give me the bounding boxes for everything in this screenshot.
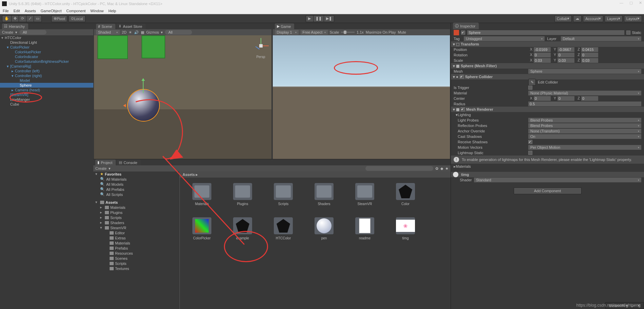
search-filter-icon[interactable]: ✿ bbox=[435, 166, 438, 171]
assetstore-tab[interactable]: ⬇ Asset Store bbox=[116, 23, 146, 29]
edit-collider-button[interactable]: ✎ bbox=[528, 79, 536, 86]
hierarchy-row[interactable]: LineManger bbox=[0, 97, 93, 102]
asset-item[interactable]: example bbox=[231, 217, 254, 240]
hierarchy-body[interactable]: ▾HTCColorDirectional Light▾ColorPickerCo… bbox=[0, 35, 93, 309]
meshrenderer-header[interactable]: ▾ ▦ Mesh Renderer bbox=[451, 107, 644, 112]
radius-field[interactable] bbox=[528, 102, 641, 106]
asset-item[interactable]: SteamVR bbox=[353, 183, 377, 206]
physmat-field[interactable]: None (Physic Material) bbox=[528, 91, 641, 95]
meshfilter-header[interactable]: ▾ ▦ Sphere (Mesh Filter) bbox=[451, 63, 644, 69]
layout-button[interactable]: Layout ▾ bbox=[624, 15, 642, 22]
game-view[interactable]: ▶ Game Display 1 Free Aspect Scale 1.1x … bbox=[273, 23, 450, 159]
asset-item[interactable]: pen bbox=[312, 217, 336, 240]
assets-header[interactable]: Assets bbox=[106, 200, 118, 204]
transform-header[interactable]: ▾ ⬚ Transform bbox=[451, 41, 644, 47]
menu-edit[interactable]: Edit bbox=[14, 9, 20, 13]
window-max[interactable]: ▢ bbox=[629, 1, 633, 5]
cloud-button[interactable]: ☁ bbox=[573, 15, 582, 22]
lmstatic-cb[interactable] bbox=[528, 151, 532, 155]
hierarchy-row[interactable]: ▾ColorPicker bbox=[0, 45, 93, 50]
fav-item[interactable]: All Prefabs bbox=[106, 187, 124, 192]
game-maximize[interactable]: Maximize On Play bbox=[366, 30, 396, 34]
tree-item[interactable]: Prefabs bbox=[93, 246, 179, 251]
rot-z[interactable] bbox=[581, 53, 598, 57]
menu-gameobject[interactable]: GameObject bbox=[41, 9, 62, 13]
scene-tab[interactable]: # Scene bbox=[96, 24, 115, 29]
menu-file[interactable]: File bbox=[3, 9, 9, 13]
hand-tool[interactable]: ✋ bbox=[2, 15, 11, 22]
hierarchy-row[interactable]: ColorSaturationBrightnessPicker bbox=[0, 59, 93, 64]
layers-button[interactable]: Layers ▾ bbox=[605, 15, 623, 22]
hierarchy-row[interactable]: ▸Camera (head) bbox=[0, 88, 93, 92]
scale-tool[interactable]: ⤢ bbox=[26, 15, 34, 22]
search-save-icon[interactable]: ★ bbox=[445, 166, 449, 171]
hierarchy-row[interactable]: Cube bbox=[0, 102, 93, 107]
move-tool[interactable]: ✥ bbox=[11, 15, 19, 22]
hierarchy-tab[interactable]: ☷ Hierarchy bbox=[2, 23, 28, 29]
tag-dropdown[interactable]: Untagged bbox=[464, 36, 545, 41]
menu-assets[interactable]: Assets bbox=[25, 9, 36, 13]
fav-item[interactable]: All Materials bbox=[106, 177, 127, 181]
asset-item[interactable]: Shaders bbox=[312, 183, 336, 206]
scene-audio-icon[interactable]: 🔊 bbox=[134, 30, 139, 35]
game-tab[interactable]: ▶ Game bbox=[275, 23, 295, 29]
orientation-gizmo[interactable] bbox=[252, 37, 269, 54]
center-x[interactable] bbox=[534, 96, 551, 101]
game-aspect[interactable]: Free Aspect bbox=[301, 30, 328, 35]
rect-tool[interactable]: ▭ bbox=[34, 15, 42, 22]
center-z[interactable] bbox=[581, 96, 598, 101]
scene-2d[interactable]: 2D bbox=[122, 30, 127, 34]
pivot-button[interactable]: ⊕ Pivot bbox=[51, 15, 67, 22]
game-render[interactable] bbox=[273, 35, 450, 159]
rot-x[interactable] bbox=[534, 53, 551, 57]
lightprobes-dd[interactable]: Blend Probes bbox=[528, 118, 641, 123]
project-create[interactable]: Create bbox=[95, 166, 107, 170]
tree-item[interactable]: Extras bbox=[93, 235, 179, 240]
recvshadow-cb[interactable] bbox=[528, 140, 532, 144]
gameobject-name[interactable] bbox=[467, 30, 624, 35]
project-tab[interactable]: ▮ Project bbox=[95, 160, 116, 165]
hierarchy-row[interactable]: ▾[CameraRig] bbox=[0, 64, 93, 69]
selected-sphere[interactable] bbox=[128, 90, 159, 121]
tree-item[interactable]: SteamVR bbox=[110, 226, 126, 230]
scene-search[interactable]: All bbox=[165, 30, 192, 35]
gameobject-enabled[interactable] bbox=[461, 31, 465, 35]
pos-z[interactable] bbox=[581, 47, 598, 52]
project-search[interactable] bbox=[365, 166, 433, 171]
scene-light-icon[interactable]: ☀ bbox=[129, 30, 132, 35]
hierarchy-search[interactable]: All bbox=[19, 30, 46, 35]
add-component-button[interactable]: Add Component bbox=[514, 187, 582, 194]
collider-header[interactable]: ▾ ● Sphere Collider bbox=[451, 74, 644, 79]
hierarchy-row[interactable]: ▾HTCColor bbox=[0, 35, 93, 40]
console-tab[interactable]: ▤ Console bbox=[117, 160, 140, 165]
scene-render[interactable]: Persp bbox=[94, 35, 271, 159]
asset-item[interactable]: HTCColor bbox=[271, 217, 295, 240]
tree-item[interactable]: ▸Plugins bbox=[93, 210, 179, 215]
asset-item[interactable]: 🌸timg bbox=[394, 217, 417, 240]
tree-item[interactable]: Scripts bbox=[93, 261, 179, 266]
hierarchy-row[interactable]: ColorHuePicker bbox=[0, 50, 93, 54]
scene-gizmos[interactable]: Gizmos bbox=[146, 30, 159, 34]
rotate-tool[interactable]: ⟳ bbox=[19, 15, 26, 22]
inspector-tab[interactable]: ⓘ Inspector bbox=[453, 23, 479, 29]
step-button[interactable]: ▶❚ bbox=[324, 15, 334, 22]
asset-item[interactable]: Plugins bbox=[231, 183, 254, 206]
motionvec-dd[interactable]: Per Object Motion bbox=[528, 145, 641, 150]
layer-dropdown[interactable]: Default bbox=[561, 36, 642, 41]
breadcrumb[interactable]: Assets ▸ bbox=[180, 171, 451, 178]
hierarchy-row[interactable]: Sphere bbox=[0, 83, 93, 88]
tree-item[interactable]: Resources bbox=[93, 251, 179, 256]
mesh-field[interactable]: Sphere bbox=[528, 69, 641, 74]
tree-item[interactable]: ▸Shaders bbox=[93, 220, 179, 225]
game-display[interactable]: Display 1 bbox=[275, 30, 299, 35]
window-close[interactable]: ✕ bbox=[639, 1, 642, 5]
tree-item[interactable]: Scenes bbox=[93, 256, 179, 261]
play-button[interactable]: ▶ bbox=[306, 15, 313, 22]
fav-item[interactable]: All Scripts bbox=[106, 193, 123, 197]
hierarchy-row[interactable]: ▾Controller (right) bbox=[0, 73, 93, 78]
local-button[interactable]: ⊙ Local bbox=[69, 15, 85, 22]
hierarchy-row[interactable]: ColorIndicator bbox=[0, 54, 93, 59]
scl-z[interactable] bbox=[581, 58, 598, 63]
rot-y[interactable] bbox=[557, 53, 574, 57]
window-min[interactable]: — bbox=[620, 1, 623, 5]
